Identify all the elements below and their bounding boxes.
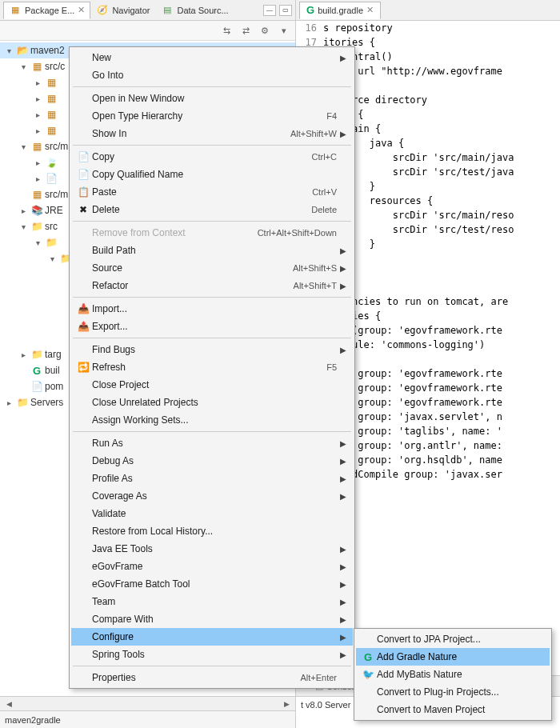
menu-item-debug-as[interactable]: Debug As▶: [71, 452, 353, 470]
submenu-arrow-icon: ▶: [337, 264, 346, 273]
menu-item-coverage-as[interactable]: Coverage As▶: [71, 487, 353, 505]
menu-item-copy-qualified-name[interactable]: 📄Copy Qualified Name: [71, 166, 353, 183]
submenu-arrow-icon: ▶: [337, 545, 346, 554]
menu-item-delete[interactable]: ✖DeleteDelete: [71, 201, 353, 218]
link-editor-button[interactable]: ⇄: [238, 22, 254, 38]
tab-data-source[interactable]: ▤ Data Sourc...: [155, 2, 234, 19]
menu-item-label: Validate: [92, 508, 337, 519]
source-folder-icon: ▦: [30, 60, 43, 73]
menu-shortcut: F5: [326, 362, 337, 372]
view-controls: — ▭: [263, 5, 292, 16]
menu-item-java-ee-tools[interactable]: Java EE Tools▶: [71, 540, 353, 558]
menu-item-restore-from-local-history[interactable]: Restore from Local History...: [71, 522, 353, 540]
menu-separator: [73, 431, 351, 432]
view-menu-button[interactable]: ▾: [276, 22, 292, 38]
menu-item-label: Close Unrelated Projects: [92, 397, 337, 408]
tab-label: Package E...: [25, 6, 74, 15]
submenu-arrow-icon: ▶: [337, 54, 346, 62]
submenu-item-convert-to-plug-in-projects[interactable]: Convert to Plug-in Projects...: [356, 683, 550, 701]
tree-label: buil: [45, 365, 60, 376]
submenu-arrow-icon: ▶: [337, 439, 346, 448]
maximize-button[interactable]: ▭: [279, 5, 292, 16]
expand-icon[interactable]: ▾: [18, 62, 29, 71]
mybatis-icon: 🐦: [359, 669, 377, 680]
configure-submenu[interactable]: Convert to JPA Project...GAdd Gradle Nat…: [354, 628, 552, 721]
menu-item-label: Coverage As: [92, 490, 337, 502]
menu-item-open-type-hierarchy[interactable]: Open Type HierarchyF4: [71, 107, 353, 125]
menu-item-close-unrelated-projects[interactable]: Close Unrelated Projects: [71, 394, 353, 411]
menu-item-build-path[interactable]: Build Path▶: [71, 242, 353, 259]
tree-label: src/m: [45, 189, 68, 200]
context-menu[interactable]: New▶Go IntoOpen in New WindowOpen Type H…: [69, 46, 355, 689]
menu-item-show-in[interactable]: Show InAlt+Shift+W ▶: [71, 125, 353, 142]
close-icon[interactable]: ✕: [366, 5, 374, 15]
menu-separator: [73, 338, 351, 338]
gradle-icon: G: [306, 4, 314, 16]
submenu-arrow-icon: ▶: [337, 282, 346, 290]
menu-item-label: Import...: [92, 303, 337, 314]
menu-separator: [73, 86, 351, 87]
menu-item-find-bugs[interactable]: Find Bugs▶: [71, 341, 353, 358]
tab-package-explorer[interactable]: ▦ Package E... ✕: [3, 2, 90, 19]
package-icon: ▦: [9, 4, 22, 17]
menu-item-label: Assign Working Sets...: [92, 414, 337, 426]
menu-item-configure[interactable]: Configure▶: [71, 628, 353, 646]
scroll-right-icon[interactable]: ▶: [281, 698, 292, 710]
submenu-item-label: Convert to Maven Project: [377, 704, 543, 715]
menu-item-properties[interactable]: PropertiesAlt+Enter: [71, 669, 353, 686]
submenu-item-add-gradle-nature[interactable]: GAdd Gradle Nature: [356, 648, 550, 666]
menu-item-close-project[interactable]: Close Project: [71, 376, 353, 394]
editor-tab-build-gradle[interactable]: G build.gradle ✕: [299, 2, 381, 19]
menu-item-export[interactable]: 📤Export...: [71, 318, 353, 335]
menu-item-label: Team: [92, 596, 337, 607]
jre-icon: 📚: [30, 204, 43, 217]
menu-item-label: eGovFrame: [92, 561, 337, 572]
submenu-item-convert-to-maven-project[interactable]: Convert to Maven Project: [356, 701, 550, 718]
horizontal-scrollbar[interactable]: ◀ ▶: [0, 696, 295, 710]
menu-item-spring-tools[interactable]: Spring Tools▶: [71, 646, 353, 663]
submenu-item-label: Convert to Plug-in Projects...: [377, 686, 543, 698]
menu-item-import[interactable]: 📥Import...: [71, 300, 353, 318]
menu-item-egovframe-batch-tool[interactable]: eGovFrame Batch Tool▶: [71, 575, 353, 593]
menu-item-label: Build Path: [92, 245, 337, 256]
tab-label: Navigator: [112, 6, 150, 15]
submenu-item-label: Convert to JPA Project...: [377, 634, 543, 645]
menu-item-source[interactable]: SourceAlt+Shift+S ▶: [71, 259, 353, 277]
gradle-icon: G: [30, 364, 43, 377]
editor-tab-bar: G build.gradle ✕: [296, 0, 560, 21]
menu-item-refactor[interactable]: RefactorAlt+Shift+T ▶: [71, 277, 353, 294]
menu-item-label: Find Bugs: [92, 344, 337, 355]
menu-item-go-into[interactable]: Go Into: [71, 66, 353, 84]
expand-icon[interactable]: ▾: [3, 46, 14, 55]
menu-item-label: Remove from Context: [92, 227, 258, 238]
menu-item-assign-working-sets[interactable]: Assign Working Sets...: [71, 411, 353, 429]
minimize-button[interactable]: —: [263, 5, 276, 16]
menu-item-copy[interactable]: 📄CopyCtrl+C: [71, 148, 353, 166]
submenu-item-add-mybatis-nature[interactable]: 🐦Add MyBatis Nature: [356, 666, 550, 683]
menu-item-validate[interactable]: Validate: [71, 505, 353, 522]
xml-icon: 📄: [45, 172, 58, 185]
folder-icon: 📁: [30, 220, 43, 233]
submenu-item-convert-to-jpa-project[interactable]: Convert to JPA Project...: [356, 630, 550, 648]
refresh-icon: 🔁: [74, 362, 92, 373]
submenu-arrow-icon: ▶: [337, 562, 346, 571]
copy-q-icon: 📄: [74, 169, 92, 180]
menu-item-run-as[interactable]: Run As▶: [71, 434, 353, 452]
filters-button[interactable]: ⚙: [257, 22, 273, 38]
menu-item-compare-with[interactable]: Compare With▶: [71, 610, 353, 628]
menu-item-refresh[interactable]: 🔁RefreshF5: [71, 358, 353, 376]
menu-item-label: Close Project: [92, 379, 337, 390]
menu-item-label: Debug As: [92, 455, 337, 466]
collapse-all-button[interactable]: ⇆: [218, 22, 234, 38]
menu-item-profile-as[interactable]: Profile As▶: [71, 470, 353, 487]
scroll-left-icon[interactable]: ◀: [3, 698, 14, 710]
menu-item-team[interactable]: Team▶: [71, 593, 353, 610]
menu-item-paste[interactable]: 📋PasteCtrl+V: [71, 183, 353, 201]
folder-icon: 📁: [45, 236, 58, 249]
menu-item-egovframe[interactable]: eGovFrame▶: [71, 558, 353, 575]
menu-item-open-in-new-window[interactable]: Open in New Window: [71, 90, 353, 107]
close-icon[interactable]: ✕: [78, 5, 85, 15]
export-icon: 📤: [74, 321, 92, 332]
menu-item-new[interactable]: New▶: [71, 49, 353, 66]
tab-navigator[interactable]: 🧭 Navigator: [90, 2, 155, 19]
